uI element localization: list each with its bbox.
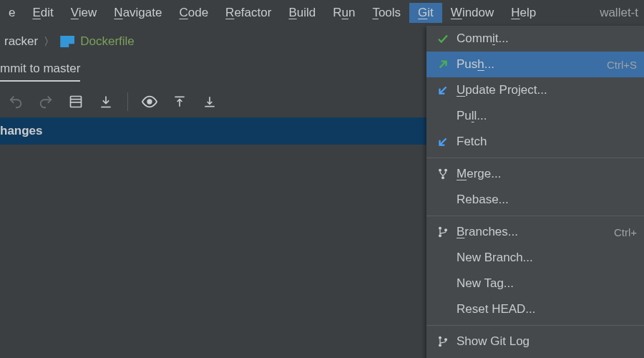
menu-item-label: Merge... [452, 167, 637, 181]
menu-item-label: New Tag... [452, 276, 637, 291]
branch-icon [434, 335, 452, 348]
git-menu-branches[interactable]: Branches...Ctrl+ [426, 219, 644, 245]
menu-help[interactable]: Help [502, 3, 545, 23]
git-menu-merge[interactable]: Merge... [426, 161, 644, 187]
menu-view[interactable]: View [62, 3, 106, 23]
git-menu-push[interactable]: Push...Ctrl+S [426, 52, 644, 77]
menu-item-label: Branches... [452, 225, 614, 239]
docker-icon [60, 36, 74, 47]
menu-item-label: Pull... [452, 109, 637, 123]
git-menu-new-branch[interactable]: New Branch... [426, 245, 644, 271]
breadcrumb-file[interactable]: Dockerfile [56, 34, 139, 49]
svg-point-15 [439, 344, 441, 347]
menu-separator [426, 216, 644, 216]
eye-icon[interactable] [141, 93, 158, 110]
breadcrumb-file-label: Dockerfile [80, 34, 135, 49]
git-menu-commit[interactable]: Commit... [426, 26, 644, 52]
svg-point-11 [439, 227, 441, 230]
menu-item-label: Rebase... [452, 193, 637, 207]
breadcrumb-root-label: racker [4, 34, 38, 49]
menu-git[interactable]: Git [409, 3, 442, 23]
git-menu-patch[interactable]: Patch [426, 354, 644, 358]
menu-item-shortcut: Ctrl+ [614, 226, 637, 238]
commit-tab[interactable]: mmit to master [0, 57, 93, 86]
git-menu-show-git-log[interactable]: Show Git Log [426, 329, 644, 354]
changes-label: hanges [0, 124, 43, 138]
svg-line-7 [440, 139, 447, 145]
menu-e[interactable]: e [0, 3, 24, 23]
menu-item-label: Commit... [452, 32, 637, 46]
menu-edit[interactable]: Edit [24, 3, 62, 23]
menu-item-label: Push... [452, 57, 607, 72]
git-menu-new-tag[interactable]: New Tag... [426, 271, 644, 296]
expand-icon[interactable] [201, 93, 218, 110]
svg-line-5 [440, 62, 447, 68]
git-menu-reset-head[interactable]: Reset HEAD... [426, 296, 644, 322]
svg-point-9 [444, 169, 447, 172]
menu-tools[interactable]: Tools [364, 3, 409, 23]
menu-item-label: Update Project... [452, 83, 637, 97]
collapse-icon[interactable] [171, 93, 188, 110]
menu-run[interactable]: Run [324, 3, 364, 23]
redo-icon[interactable] [37, 93, 54, 110]
git-menu-fetch[interactable]: Fetch [426, 129, 644, 155]
branch-icon [434, 226, 452, 238]
download-icon[interactable] [97, 93, 114, 110]
svg-point-10 [441, 176, 444, 179]
toolbar-separator [127, 92, 128, 111]
menubar: eEditViewNavigateCodeRefactorBuildRunToo… [0, 0, 644, 26]
git-menu-update-project[interactable]: Update Project... [426, 77, 644, 103]
window-project-label: wallet-t [578, 3, 644, 23]
diff-icon[interactable] [67, 93, 84, 110]
arrow-down-icon [434, 135, 452, 148]
menu-separator [426, 325, 644, 326]
merge-icon [434, 168, 452, 180]
menu-item-label: Fetch [452, 135, 637, 149]
menu-item-label: Show Git Log [452, 334, 637, 349]
menu-window[interactable]: Window [442, 3, 502, 23]
git-menu-dropdown: Commit...Push...Ctrl+SUpdate Project...P… [426, 26, 644, 358]
svg-point-8 [439, 169, 441, 172]
menu-item-label: Reset HEAD... [452, 302, 637, 316]
svg-line-6 [440, 87, 447, 94]
undo-icon[interactable] [7, 93, 24, 110]
svg-point-16 [444, 338, 447, 341]
menu-navigate[interactable]: Navigate [105, 3, 170, 23]
breadcrumb-separator: 〉 [42, 35, 56, 49]
svg-point-12 [439, 234, 441, 237]
svg-point-14 [439, 337, 441, 339]
arrow-down-icon [434, 84, 452, 97]
arrow-up-icon [434, 58, 452, 71]
menu-code[interactable]: Code [170, 3, 217, 23]
svg-point-4 [147, 100, 152, 104]
check-icon [434, 32, 452, 45]
breadcrumb-root[interactable]: racker [0, 34, 42, 49]
git-menu-pull[interactable]: Pull... [426, 103, 644, 129]
menu-item-label: New Branch... [452, 251, 637, 265]
svg-point-13 [444, 228, 447, 231]
menu-separator [426, 158, 644, 158]
menu-build[interactable]: Build [280, 3, 324, 23]
git-menu-rebase[interactable]: Rebase... [426, 187, 644, 213]
menu-item-shortcut: Ctrl+S [607, 59, 637, 71]
menu-refactor[interactable]: Refactor [217, 3, 280, 23]
commit-tab-label: mmit to master [0, 62, 80, 82]
